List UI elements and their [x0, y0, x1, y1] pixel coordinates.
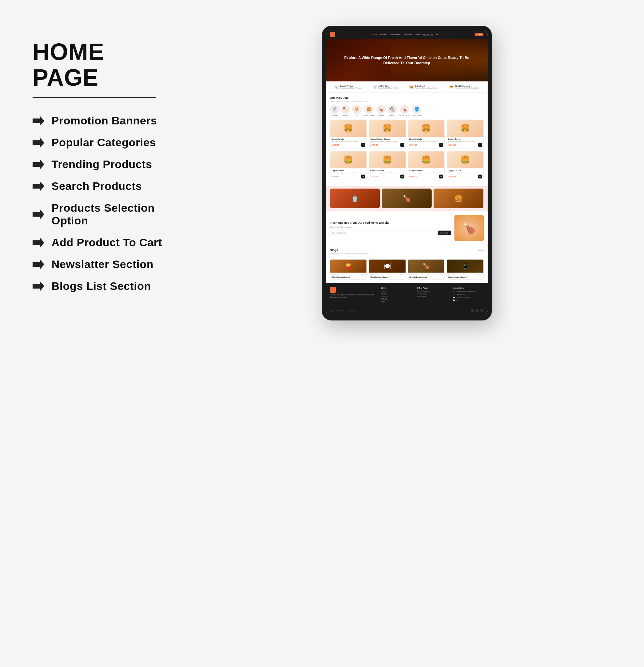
footer-address-item: 📍 123 Bedford Court, Montgomery Az.: [453, 291, 483, 292]
feature-label-5: Add Product To Cart: [51, 236, 162, 249]
newsletter-email-input[interactable]: [330, 231, 437, 235]
nav-login-button[interactable]: Login: [475, 33, 484, 36]
product-price-row-cheesy-twister: AED34.00 +: [332, 143, 366, 147]
page-title: HOME PAGE: [33, 39, 176, 91]
peri-peri-icon: 🍗: [400, 105, 409, 114]
category-biryani[interactable]: 🪣 Biryani Bucket: [412, 105, 421, 116]
feature-card-cart: 🛒 Add To Cart Add to Cart for Efficient …: [373, 85, 398, 89]
product-add-btn-zinger-cheesy[interactable]: +: [361, 175, 365, 178]
blogs-section-subtitle: Lorem ipsum dolor sit amet consectetur a…: [330, 253, 369, 255]
product-img-colonel-stacker: 🍔: [369, 151, 405, 168]
footer-link-contact[interactable]: Contact us: [381, 296, 412, 297]
product-add-btn-colonel-classic[interactable]: +: [439, 175, 443, 178]
footer-brand-text: Explore a wide range of fresh and flavor…: [330, 294, 376, 299]
footer-link-about[interactable]: About us: [381, 293, 412, 295]
blog-card-4: 📱 Chicken Now 11 Aug 2022 What Is Lorem …: [447, 259, 484, 280]
nav-table[interactable]: Table Book: [402, 34, 412, 36]
feature-item-5: Add Product To Cart: [33, 236, 176, 249]
product-desc-zagger-classic: Lorem ipsum simply dummy text of the pri…: [448, 172, 482, 174]
blog-img-4: 📱: [447, 260, 483, 273]
nav-cart[interactable]: My Cart 🛒: [423, 34, 433, 36]
product-add-btn-cheesy-combo[interactable]: +: [400, 143, 404, 147]
product-grid-row2: 🍔 Zinger Cheesy Lorem ipsum simply dummy…: [330, 151, 484, 180]
product-add-btn-cheesy-twister[interactable]: +: [361, 143, 365, 147]
feature-card-payment: 💳 Flexible Payment Pay online with Flexi…: [449, 85, 479, 89]
instagram-icon[interactable]: i: [481, 309, 484, 312]
promo-banner-3[interactable]: 🍔: [434, 189, 483, 208]
footer-link-blogs[interactable]: Blogs: [381, 301, 412, 303]
blog-meta-4: Chicken Now 11 Aug 2022: [448, 274, 482, 276]
footer-copyright: Copyright © 2023 Bounty InfoTech. All Ri…: [330, 310, 362, 312]
nav-home[interactable]: Home: [372, 34, 377, 36]
product-img-cheesy-combo: 🍔: [369, 120, 405, 137]
blog-card-3: 🍗 Chicken Now 11 Aug 2022 What Is Lorem …: [408, 259, 445, 280]
arrow-icon-0: [33, 115, 44, 127]
product-img-zinger-cheesy: 🍔: [330, 151, 367, 168]
category-extras[interactable]: 🍳 Extras: [388, 105, 397, 116]
product-price-cheesy-twister: AED34.00: [332, 144, 339, 146]
kebab-label: Kebab: [343, 115, 348, 116]
feature-item-7: Blogs List Section: [33, 280, 176, 292]
footer-link-table[interactable]: Table Book: [381, 298, 412, 300]
category-burgers[interactable]: 🍔 Burgers & Twister: [363, 105, 375, 116]
search-feature-icon: 🔍: [334, 85, 339, 89]
facebook-icon[interactable]: f: [471, 309, 474, 312]
product-grid-row1: 🍔 Cheesy Twister Lorem ipsum simply dumm…: [330, 119, 484, 148]
product-card-colonel-stacker: 🍔 Colonel Stacker Lorem ipsum simply dum…: [369, 151, 406, 180]
footer-links-col: Links Home About us Contact us Table Boo…: [381, 287, 412, 304]
category-peri-peri[interactable]: 🍗 Peri Peri Chicken: [399, 105, 410, 116]
product-price-colonel-classic: AED34.00: [409, 176, 417, 178]
product-name-colonel-stacker: Colonel Stacker: [370, 170, 404, 172]
nav-about[interactable]: About us: [380, 34, 388, 36]
product-add-btn-zagger-classic[interactable]: +: [478, 175, 482, 178]
footer-email: info@achariyafoods.com: [456, 296, 470, 298]
promo-banner-1[interactable]: 🥤: [330, 189, 380, 208]
newsletter-form: Subscribe: [330, 231, 451, 235]
newsletter-subscribe-button[interactable]: Subscribe: [438, 231, 451, 235]
product-add-btn-zinger-chesilla[interactable]: +: [439, 143, 443, 147]
product-desc-colonel-stacker: Lorem ipsum simply dummy text of the pri…: [370, 172, 404, 174]
promo-banner-2[interactable]: 🍗: [382, 189, 432, 208]
product-price-zagger-classic: AED34.00: [448, 176, 456, 178]
product-name-colonel-classic: Colonel Classic: [409, 170, 443, 172]
email-icon: ✉️: [453, 296, 455, 298]
nav-bar: Home About us Contact Us Table Book Sear…: [326, 30, 488, 39]
nav-contact[interactable]: Contact Us: [390, 34, 400, 36]
footer-link-terms[interactable]: Terms & Conditions: [417, 291, 448, 292]
feature-item-2: Trending Products: [33, 158, 176, 170]
footer-brand: Explore a wide range of fresh and flavor…: [330, 287, 376, 304]
burgers-icon: 🍔: [364, 105, 373, 114]
arrow-icon-7: [33, 280, 44, 292]
feature-list: Promotion Banners Popular Categories Tre…: [33, 114, 176, 292]
footer-other-pages-col: Other Pages Terms & Conditions Privacy P…: [417, 287, 448, 304]
category-kebab[interactable]: 🍢 Kebab: [341, 105, 350, 116]
blog-date-2: 11 Aug 2022: [397, 274, 404, 276]
twitter-icon[interactable]: t: [476, 309, 479, 312]
device-mockup: Home About us Contact Us Table Book Sear…: [322, 26, 492, 320]
product-card-cheesy-twister: 🍔 Cheesy Twister Lorem ipsum simply dumm…: [330, 119, 367, 148]
blogs-section: Blogs Lorem ipsum dolor sit amet consect…: [326, 245, 488, 283]
feature-item-6: Newslatter Section: [33, 258, 176, 271]
category-beverages[interactable]: 🥤 Beverages: [330, 105, 339, 116]
product-img-cheesy-twister: 🍔: [330, 120, 367, 137]
arrow-icon-1: [33, 137, 44, 148]
footer-link-refund[interactable]: Refund Policy: [417, 296, 448, 297]
product-add-btn-zagger-stacker[interactable]: +: [478, 143, 482, 147]
pasta-label: Pasta: [355, 115, 359, 116]
clock-icon: 🕐: [453, 299, 455, 301]
blog-date-4: 11 Aug 2022: [474, 274, 482, 276]
category-pasta[interactable]: 🍕 Pasta: [352, 105, 361, 116]
category-chicken[interactable]: 🍗 Chicken: [376, 105, 386, 116]
footer-link-home[interactable]: Home: [381, 291, 412, 292]
nav-flag: 🇦🇪: [436, 34, 438, 36]
footer-hours-item: 🕐 Hours: [453, 299, 483, 301]
product-card-cheesy-combo: 🍔 Cheesy Twister Combo Lorem ipsum simpl…: [369, 119, 406, 148]
footer-hours: Hours: [456, 299, 459, 301]
blog-title-4: What Is Lorem Ipsum?: [448, 276, 482, 278]
product-add-btn-colonel-stacker[interactable]: +: [400, 175, 404, 178]
blogs-view-all[interactable]: View All: [478, 249, 483, 251]
location-icon: 📍: [453, 291, 455, 292]
nav-search[interactable]: Search: [415, 34, 421, 36]
product-price-row-colonel-stacker: AED71.00 +: [370, 175, 404, 178]
footer-link-privacy[interactable]: Privacy Policy: [417, 293, 448, 295]
